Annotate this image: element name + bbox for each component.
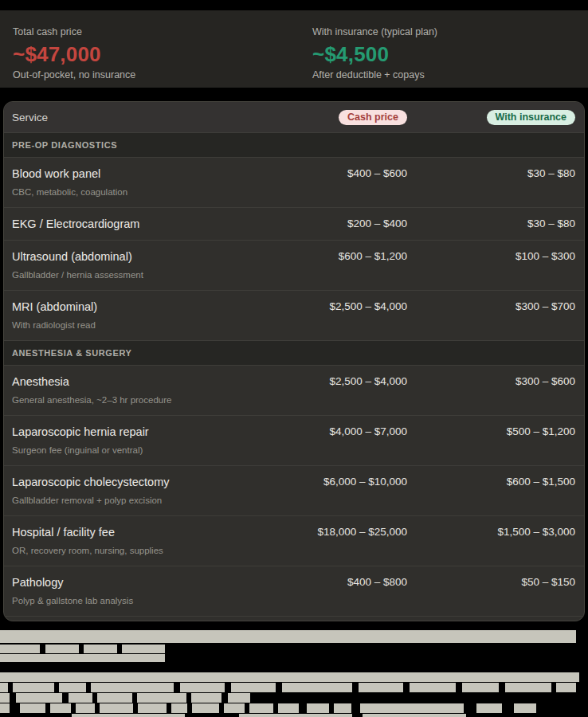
redacted-line [505, 683, 551, 692]
redacted-line [514, 703, 536, 713]
service-name: Blood work panel [12, 166, 280, 182]
insurance-price-cell: $300 – $700 [407, 299, 575, 315]
redacted-line [334, 703, 351, 713]
redacted-line [59, 683, 86, 692]
service-cell: Blood work panelCBC, metabolic, coagulat… [12, 166, 280, 198]
cash-price-cell: $6,000 – $10,000 [280, 474, 407, 490]
insurance-summary-value: ~$4,500 [312, 42, 575, 66]
redacted-line [45, 645, 79, 653]
service-description: OR, recovery room, nursing, supplies [12, 545, 280, 557]
redacted-line [0, 683, 8, 692]
service-cell: Ultrasound (abdominal)Gallbladder / hern… [12, 249, 280, 281]
redacted-line [363, 714, 466, 717]
service-cell: AnesthesiaGeneral anesthesia, ~2–3 hr pr… [12, 374, 280, 406]
insurance-price-cell: $30 – $80 [407, 216, 575, 232]
redacted-line [192, 703, 219, 713]
cash-price-cell: $2,500 – $4,000 [280, 299, 407, 315]
redacted-line [224, 703, 245, 713]
redacted-line [360, 703, 464, 713]
cash-price-cell: $200 – $400 [280, 216, 407, 232]
service-description: Gallbladder removal + polyp excision [12, 495, 280, 507]
cash-price-cell: $600 – $1,200 [280, 249, 407, 264]
service-cell: PathologyPolyp & gallstone lab analysis [12, 574, 280, 607]
redacted-line [0, 672, 579, 682]
service-name: Pathology [12, 574, 280, 590]
service-description: Gallbladder / hernia assessment [12, 269, 280, 281]
redacted-line [0, 630, 576, 643]
table-row: Laparoscopic cholecystectomyGallbladder … [4, 465, 584, 515]
redacted-line [0, 645, 40, 653]
table-row: Ultrasound (abdominal)Gallbladder / hern… [4, 240, 584, 290]
redacted-line [410, 683, 456, 692]
table-row: EKG / Electrocardiogram$200 – $400$30 – … [4, 207, 584, 240]
redacted-line [231, 683, 276, 692]
service-cell: MRI (abdominal)With radiologist read [12, 299, 280, 331]
redacted-line [249, 703, 273, 713]
insurance-price-cell: $50 – $150 [407, 574, 575, 590]
redacted-line [137, 693, 186, 703]
cash-summary-card: Total cash price ~$47,000 Out-of-pocket,… [13, 25, 276, 88]
table-row: Laparoscopic hernia repairSurgeon fee (i… [4, 415, 584, 465]
service-name: EKG / Electrocardiogram [12, 216, 280, 232]
cash-summary-label: Total cash price [13, 25, 276, 38]
redacted-line [180, 683, 225, 692]
cash-summary-note: Out-of-pocket, no insurance [13, 69, 276, 81]
pricing-table-card: Service Cash price With insurance PRE-OP… [3, 101, 585, 621]
table-row: MRI (abdominal)With radiologist read$2,5… [4, 290, 584, 340]
table-body: PRE-OP DIAGNOSTICSBlood work panelCBC, m… [4, 132, 584, 616]
service-description: Polyp & gallstone lab analysis [12, 595, 280, 607]
service-description: With radiologist read [12, 319, 280, 331]
redacted-line [239, 714, 352, 717]
section-header-row: PRE-OP DIAGNOSTICS [4, 132, 584, 158]
redacted-line [359, 683, 403, 692]
insurance-price-cell: $600 – $1,500 [407, 474, 575, 490]
redacted-line [228, 693, 250, 703]
insurance-summary-note: After deductible + copays [312, 69, 575, 81]
redacted-line [282, 683, 352, 692]
summary-panel: Total cash price ~$47,000 Out-of-pocket,… [0, 10, 588, 88]
service-cell: EKG / Electrocardiogram [12, 216, 280, 232]
redacted-line [0, 703, 10, 713]
redacted-line [462, 683, 499, 692]
redacted-line [307, 703, 329, 713]
insurance-summary-label: With insurance (typical plan) [312, 25, 575, 38]
redacted-line [76, 703, 95, 713]
cash-price-cell: $2,500 – $4,000 [280, 374, 407, 390]
service-description: Surgeon fee (inguinal or ventral) [12, 445, 280, 456]
estimated-total-row: Estimated total ~$35,000 – $53,000 ~$3,4… [4, 616, 584, 621]
redacted-line [556, 683, 576, 692]
service-name: Laparoscopic hernia repair [12, 424, 280, 440]
redacted-line [72, 714, 185, 717]
redacted-line [16, 693, 62, 703]
cash-price-cell: $400 – $800 [280, 574, 407, 590]
table-row: Hospital / facility feeOR, recovery room… [4, 515, 584, 566]
service-cell: Laparoscopic cholecystectomyGallbladder … [12, 474, 280, 507]
insurance-summary-card: With insurance (typical plan) ~$4,500 Af… [312, 25, 575, 88]
redacted-line [20, 703, 45, 713]
with-insurance-badge: With insurance [487, 110, 575, 125]
redacted-line [100, 703, 133, 713]
redacted-line [138, 703, 167, 713]
redacted-line [0, 654, 165, 662]
cash-price-cell: $18,000 – $25,000 [280, 524, 407, 540]
insurance-price-cell: $100 – $300 [407, 249, 575, 264]
service-cell: Hospital / facility feeOR, recovery room… [12, 524, 280, 557]
redacted-line [191, 693, 221, 703]
redacted-line [91, 683, 174, 692]
table-header-row: Service Cash price With insurance [4, 102, 584, 132]
service-description: General anesthesia, ~2–3 hr procedure [12, 394, 280, 406]
service-cell: Laparoscopic hernia repairSurgeon fee (i… [12, 424, 280, 456]
service-name: MRI (abdominal) [12, 299, 280, 315]
cash-price-cell: $400 – $600 [280, 166, 407, 182]
cash-summary-value: ~$47,000 [13, 42, 276, 66]
service-column-header: Service [12, 112, 280, 123]
redacted-line [69, 693, 92, 703]
service-name: Anesthesia [12, 374, 280, 390]
cash-price-badge: Cash price [339, 110, 407, 125]
insurance-price-cell: $500 – $1,200 [407, 424, 575, 440]
insurance-price-cell: $300 – $600 [407, 374, 575, 390]
cash-price-cell: $4,000 – $7,000 [280, 424, 407, 440]
section-header-row: ANESTHESIA & SURGERY [4, 340, 584, 366]
service-name: Ultrasound (abdominal) [12, 249, 280, 264]
redacted-line [0, 693, 10, 703]
